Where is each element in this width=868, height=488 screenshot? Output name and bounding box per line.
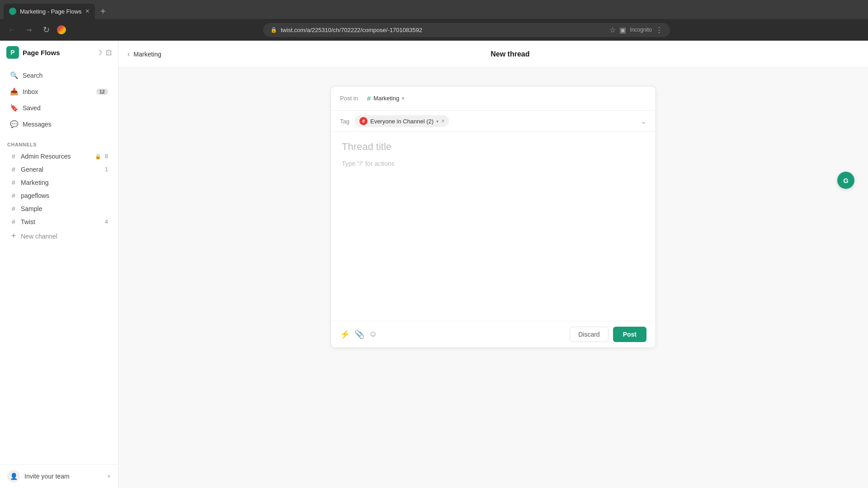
sidebar-item-search[interactable]: 🔍 Search [3,68,115,83]
channel-name: Twist [21,218,101,225]
chevron-down-icon: ▾ [402,96,404,101]
bookmark-icon[interactable]: ☆ [609,26,616,34]
channel-name: Sample [21,205,108,212]
channel-hash-icon: # [367,94,371,102]
back-arrow-icon[interactable]: ‹ [127,50,130,58]
hash-icon: # [10,205,17,212]
sidebar-search-label: Search [23,72,108,79]
breadcrumb: ‹ Marketing [127,50,161,58]
menu-icon[interactable]: ⋮ [656,26,663,34]
inbox-badge: 12 [96,89,108,95]
post-in-row: Post in # Marketing ▾ [331,86,656,111]
discard-button[interactable]: Discard [570,327,608,342]
sidebar-item-general[interactable]: # General 1 [3,163,115,176]
browser-tab[interactable]: Marketing - Page Flows × [4,4,95,19]
new-channel-button[interactable]: + New channel [3,229,115,244]
back-button[interactable]: ← [5,23,18,36]
post-button[interactable]: Post [613,327,646,342]
sidebar-item-messages[interactable]: 💬 Messages [3,117,115,132]
tag-chip-icon: # [359,117,368,125]
emoji-icon[interactable]: ☺ [369,329,377,339]
page-title: New thread [161,50,859,58]
channel-count: 1 [105,166,108,173]
main-content: ‹ Marketing New thread Post in # Marketi… [118,41,868,488]
workspace-name: Page Flows [23,49,92,56]
sidebar-messages-label: Messages [23,121,108,128]
channel-name: General [21,166,101,173]
thread-title-input[interactable]: Thread title [331,132,656,156]
tab-close-button[interactable]: × [85,8,90,15]
channels-header: Channels [0,136,118,150]
sidebar-item-saved[interactable]: 🔖 Saved [3,100,115,116]
tag-row: Tag # Everyone in Channel (2) ▾ × ⌄ [331,111,656,132]
sidebar-inbox-label: Inbox [23,88,92,95]
invite-label[interactable]: Invite your team [24,473,103,480]
sidebar: P Page Flows ☽ ⊡ 🔍 Search 📥 Inbox 12 🔖 S… [0,41,118,488]
hash-icon: # [10,192,17,199]
address-bar[interactable]: 🔒 twist.com/a/225310/ch/702222/compose/-… [263,23,670,37]
hash-icon: # [10,179,17,186]
dark-mode-icon[interactable]: ☽ [96,48,102,57]
tab-title: Marketing - Page Flows [20,8,82,15]
invite-section: 👤 Invite your team × [0,464,118,488]
refresh-button[interactable]: ↻ [40,23,52,36]
search-icon: 🔍 [10,71,18,80]
new-tab-button[interactable]: + [97,5,109,18]
composer-wrapper: Post in # Marketing ▾ Tag # Everyone in … [118,68,868,488]
composer-actions: Discard Post [570,327,646,342]
thread-body-input[interactable]: Type "/" for actions [331,156,656,246]
url-text: twist.com/a/225310/ch/702222/compose/-17… [281,27,422,33]
sidebar-item-twist[interactable]: # Twist 4 [3,216,115,228]
google-icon [57,25,66,34]
channel-count: 8 [105,153,108,160]
layout-icon[interactable]: ⊡ [106,48,112,57]
invite-close-button[interactable]: × [107,473,111,480]
tag-remove-button[interactable]: × [441,118,444,124]
saved-icon: 🔖 [10,104,18,112]
forward-button[interactable]: → [23,23,35,36]
breadcrumb-channel: Marketing [133,51,161,58]
attachment-icon[interactable]: 📎 [354,329,364,339]
thread-composer: Post in # Marketing ▾ Tag # Everyone in … [330,86,656,348]
hash-icon: # [10,166,17,173]
inbox-icon: 📥 [10,88,18,96]
workspace-icon: P [6,46,19,59]
tag-chevron-icon: ▾ [436,119,439,124]
lock-icon: 🔒 [270,27,277,33]
user-avatar[interactable]: G [837,172,854,189]
sidebar-saved-label: Saved [23,104,108,112]
channel-name: pageflows [21,192,108,199]
hash-icon: # [10,218,17,225]
incognito-label: Incognito [630,27,652,33]
post-in-channel-name: Marketing [373,95,399,102]
sidebar-header: P Page Flows ☽ ⊡ [0,41,118,64]
main-header: ‹ Marketing New thread [118,41,868,68]
reader-icon[interactable]: ▣ [619,26,626,34]
tag-chip[interactable]: # Everyone in Channel (2) ▾ × [355,115,449,127]
composer-footer: ⚡ 📎 ☺ Discard Post [331,321,656,347]
messages-icon: 💬 [10,120,18,128]
channel-name: Admin Resources [21,153,91,160]
sidebar-item-sample[interactable]: # Sample [3,202,115,215]
sidebar-item-admin-resources[interactable]: # Admin Resources 🔒 8 [3,150,115,163]
post-in-label: Post in [340,95,358,102]
hash-chip-icon: # [362,118,365,124]
lock-icon: 🔒 [95,154,101,160]
composer-toolbar: ⚡ 📎 ☺ [340,329,377,339]
channel-count: 4 [105,219,108,225]
invite-icon: 👤 [7,470,20,483]
lightning-icon[interactable]: ⚡ [340,329,350,339]
tag-expand-button[interactable]: ⌄ [641,117,646,126]
sidebar-item-marketing[interactable]: # Marketing [3,176,115,189]
new-channel-label: New channel [21,233,57,240]
sidebar-item-pageflows[interactable]: # pageflows [3,189,115,202]
post-in-channel-selector[interactable]: # Marketing ▾ [363,93,408,104]
tab-favicon [9,8,16,15]
plus-icon: + [10,231,17,241]
sidebar-nav: 🔍 Search 📥 Inbox 12 🔖 Saved 💬 Messages [0,64,118,136]
tag-label: Tag [340,118,349,125]
tag-chip-label: Everyone in Channel (2) [370,118,434,125]
channel-name: Marketing [21,179,108,186]
sidebar-item-inbox[interactable]: 📥 Inbox 12 [3,84,115,99]
hash-icon: # [10,153,17,160]
